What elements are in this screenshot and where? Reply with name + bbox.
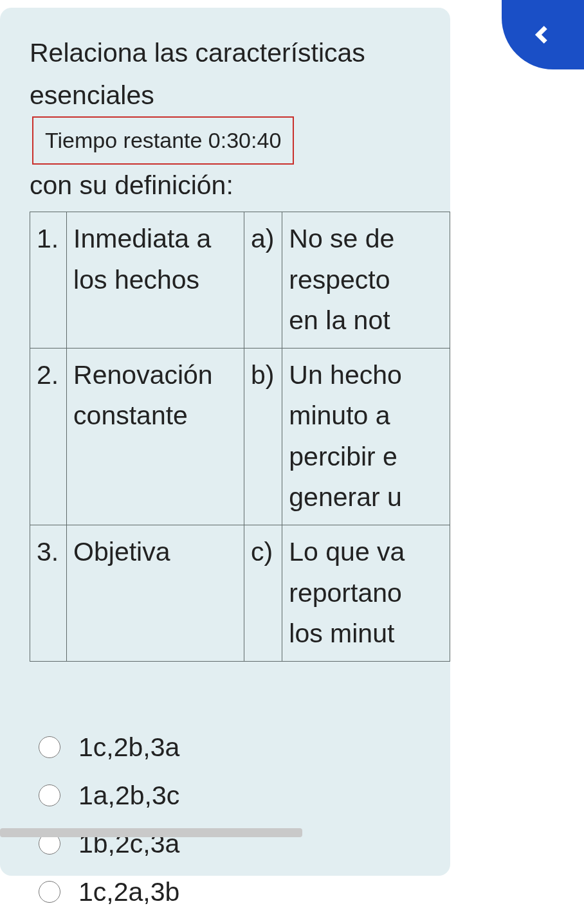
- row-term: Renovación constante: [67, 348, 244, 525]
- option-label: 1c,2b,3a: [78, 732, 179, 763]
- timer-box: Tiempo restante 0:30:40: [32, 116, 294, 164]
- row-letter: a): [244, 212, 282, 349]
- right-background-strip: [450, 0, 584, 924]
- option-radio-4[interactable]: [39, 881, 60, 903]
- row-number: 1.: [30, 212, 67, 349]
- option-radio-2[interactable]: [39, 784, 60, 806]
- timer-label: Tiempo restante 0:30:40: [45, 128, 281, 152]
- question-suffix: con su definición:: [30, 170, 233, 200]
- row-definition: No se derespectoen la not: [282, 212, 450, 349]
- matching-table: 1. Inmediata a los hechos a) No se deres…: [30, 212, 450, 661]
- row-number: 3.: [30, 525, 67, 662]
- table-row: 3. Objetiva c) Lo que vareportanolos min…: [30, 525, 450, 662]
- horizontal-scrollbar[interactable]: [0, 828, 302, 837]
- option-label: 1c,2a,3b: [78, 877, 179, 907]
- question-stem: Relaciona las características esenciales…: [0, 8, 450, 206]
- row-definition: Un hechominuto apercibir egenerar u: [282, 348, 450, 525]
- option-label: 1a,2b,3c: [78, 781, 179, 811]
- row-letter: c): [244, 525, 282, 662]
- option-4[interactable]: 1c,2a,3b: [39, 877, 450, 907]
- table-row: 1. Inmediata a los hechos a) No se deres…: [30, 212, 450, 349]
- row-number: 2.: [30, 348, 67, 525]
- row-letter: b): [244, 348, 282, 525]
- question-prefix: Relaciona las características esenciales: [30, 38, 365, 110]
- row-term: Objetiva: [67, 525, 244, 662]
- option-radio-1[interactable]: [39, 736, 60, 758]
- table-row: 2. Renovación constante b) Un hechominut…: [30, 348, 450, 525]
- option-2[interactable]: 1a,2b,3c: [39, 781, 450, 811]
- question-card: Relaciona las características esenciales…: [0, 8, 450, 876]
- row-term: Inmediata a los hechos: [67, 212, 244, 349]
- row-definition: Lo que vareportanolos minut: [282, 525, 450, 662]
- option-1[interactable]: 1c,2b,3a: [39, 732, 450, 763]
- answer-options: 1c,2b,3a 1a,2b,3c 1b,2c,3a 1c,2a,3b: [39, 732, 450, 907]
- chevron-left-icon: [532, 24, 554, 46]
